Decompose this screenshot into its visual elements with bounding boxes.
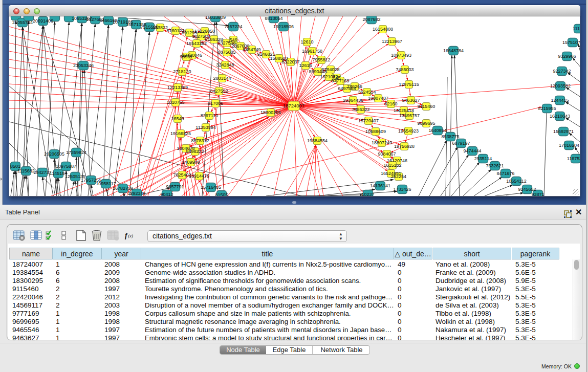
svg-text:16543382: 16543382 [186,41,207,46]
svg-text:11127: 11127 [573,26,580,31]
svg-text:12093582: 12093582 [550,83,571,89]
svg-text:9329966: 9329966 [558,54,576,59]
svg-text:12213967: 12213967 [382,39,402,44]
svg-text:16549: 16549 [171,116,184,121]
svg-text:252254: 252254 [391,174,406,179]
svg-text:9245652: 9245652 [518,187,536,192]
svg-text:10975887: 10975887 [56,164,76,169]
svg-text:17359924: 17359924 [66,150,86,155]
svg-text:98901: 98901 [180,54,192,59]
svg-text:1292346: 1292346 [127,191,145,196]
svg-text:12615: 12615 [299,63,312,68]
svg-text:1167533: 1167533 [567,156,580,161]
svg-text:8427552: 8427552 [210,89,228,94]
svg-text:81505: 81505 [215,192,228,196]
svg-text:3242848: 3242848 [216,62,234,68]
svg-text:93871: 93871 [531,192,544,196]
svg-text:16648784: 16648784 [443,48,464,53]
svg-text:9474444: 9474444 [463,148,481,154]
svg-text:19756928: 19756928 [394,144,415,149]
svg-text:8878312: 8878312 [191,138,209,143]
svg-text:17016504: 17016504 [559,143,579,148]
svg-text:2935114: 2935114 [474,156,492,161]
svg-text:7632621: 7632621 [486,163,504,168]
svg-text:20206505: 20206505 [44,151,64,157]
svg-text:746266: 746266 [347,84,362,89]
svg-text:10807487: 10807487 [368,96,388,101]
svg-text:16154808: 16154808 [373,27,393,32]
svg-text:13495757: 13495757 [399,113,420,118]
svg-text:15692971: 15692971 [553,129,574,134]
svg-text:2942737: 2942737 [33,170,51,175]
svg-text:6879197: 6879197 [452,141,470,146]
svg-text:1010755: 1010755 [166,100,184,105]
svg-text:9115460: 9115460 [418,104,435,109]
svg-text:21055724: 21055724 [12,20,33,25]
svg-text:6794028: 6794028 [321,67,339,72]
svg-text:15720407: 15720407 [358,118,379,123]
svg-text:8875685: 8875685 [217,50,235,55]
svg-text:917006: 917006 [208,101,223,106]
svg-text:16782759: 16782759 [113,186,133,191]
svg-text:1615152: 1615152 [383,163,401,168]
svg-text:9857791: 9857791 [166,184,184,189]
svg-text:18724007: 18724007 [283,103,304,108]
svg-text:8267110: 8267110 [201,113,218,118]
svg-text:10025418: 10025418 [394,108,414,113]
svg-text:90413: 90413 [160,192,173,196]
svg-text:14136141: 14136141 [370,183,390,188]
svg-text:1409949: 1409949 [182,160,200,165]
svg-text:1733426: 1733426 [393,187,411,192]
svg-text:19218506: 19218506 [273,24,294,29]
svg-text:16914479: 16914479 [189,173,209,179]
svg-text:546: 546 [229,37,237,42]
svg-text:7886322: 7886322 [352,107,369,112]
svg-text:1115682: 1115682 [17,168,35,173]
svg-text:16961758: 16961758 [302,49,322,54]
svg-text:10654112: 10654112 [506,179,526,184]
svg-text:18300295: 18300295 [260,110,281,115]
svg-text:20691406: 20691406 [33,18,53,24]
svg-text:8215955: 8215955 [538,106,556,111]
svg-text:9777169: 9777169 [331,78,349,83]
svg-text:62160: 62160 [384,101,397,106]
svg-text:10237: 10237 [361,192,374,196]
svg-text:9227342: 9227342 [553,69,571,74]
svg-text:11353594: 11353594 [195,125,215,130]
svg-text:15751074: 15751074 [562,40,580,45]
svg-text:19166825: 19166825 [170,131,191,136]
svg-text:15716485: 15716485 [201,185,221,190]
svg-text:12610: 12610 [300,39,313,45]
svg-text:9084067: 9084067 [378,151,396,157]
svg-text:1640954: 1640954 [428,128,446,133]
svg-text:2087682: 2087682 [362,17,380,22]
svg-text:8938775: 8938775 [441,134,459,139]
svg-text:18807249: 18807249 [372,140,392,145]
svg-text:19654923: 19654923 [398,128,419,134]
svg-text:1244415: 1244415 [551,98,569,103]
svg-text:7485003: 7485003 [396,67,413,72]
svg-text:8498222: 8498222 [186,149,204,154]
svg-text:16033809: 16033809 [205,16,226,20]
svg-text:8813054: 8813054 [265,16,282,21]
svg-text:20364436: 20364436 [343,98,363,103]
svg-text:10688609: 10688609 [365,129,386,134]
svg-text:19384554: 19384554 [307,138,328,143]
svg-text:163822: 163822 [153,25,168,30]
svg-text:12213369: 12213369 [167,85,188,90]
svg-text:7857224: 7857224 [224,24,242,29]
svg-text:3624554: 3624554 [358,90,376,95]
svg-text:12975115: 12975115 [399,82,419,87]
svg-text:9463627: 9463627 [402,98,420,103]
svg-text:2803144: 2803144 [213,76,231,81]
svg-text:13226058: 13226058 [194,29,215,34]
svg-text:10973493: 10973493 [391,53,411,58]
svg-text:9699695: 9699695 [417,121,435,126]
svg-text:2718120: 2718120 [173,69,191,74]
svg-text:16210643: 16210643 [550,114,570,119]
svg-text:21053346: 21053346 [73,63,94,68]
svg-text:8322037: 8322037 [281,59,299,64]
svg-text:7955812: 7955812 [312,57,330,62]
svg-text:8471676: 8471676 [496,171,514,176]
